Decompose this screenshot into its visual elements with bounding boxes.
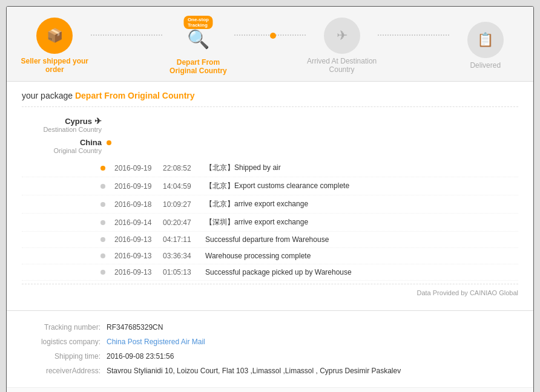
- step-depart-origin: One-stopTracking 🔍 Depart From Original …: [162, 16, 234, 75]
- track-bullet: [100, 184, 105, 189]
- track-date: 2016-09-19: [114, 182, 163, 191]
- one-stop-badge: One-stopTracking: [184, 16, 212, 29]
- track-event-row: 2016-09-1914:04:59【北京】Export customs cle…: [22, 177, 518, 195]
- shipping-time-row: Shipping time: 2016-09-08 23:51:56: [22, 349, 518, 364]
- track-time: 10:09:27: [163, 200, 205, 209]
- track-bullet: [100, 253, 105, 258]
- track-time: 14:04:59: [163, 182, 205, 191]
- content-section: your package Depart From Original Countr…: [7, 82, 533, 311]
- line-3: [378, 34, 450, 36]
- destination-block: Cyprus ✈ Destination Country: [22, 116, 107, 133]
- destination-country: Cyprus ✈: [22, 116, 102, 126]
- info-section: Tracking number: RF347685329CN logistics…: [7, 311, 533, 388]
- track-date: 2016-09-18: [114, 200, 163, 209]
- tracking-value: RF347685329CN: [107, 323, 163, 332]
- receiver-label: receiverAddress:: [22, 367, 107, 375]
- step-arrived: ✈ Arrived At Destination Country: [306, 18, 378, 74]
- track-event-row: 2016-09-1303:36:34Warehouse processing c…: [22, 248, 518, 264]
- tracking-events: 2016-09-1922:08:52【北京】Shipped by air2016…: [22, 159, 518, 281]
- track-description: 【深圳】arrive export exchange: [205, 217, 308, 227]
- track-date: 2016-09-19: [114, 164, 163, 172]
- origin-bullet: [107, 140, 111, 145]
- logistics-label: logistics company:: [22, 338, 107, 346]
- logistics-value: China Post Registered Air Mail: [107, 338, 205, 346]
- tracking-number-row: Tracking number: RF347685329CN: [22, 320, 518, 335]
- track-bullet: [100, 166, 105, 171]
- data-provider: Data Provided by CAINIAO Global: [22, 284, 518, 301]
- track-description: Successful package picked up by Warehous…: [205, 268, 352, 276]
- delivered-label: Delivered: [470, 61, 501, 70]
- track-time: 03:36:34: [163, 252, 205, 260]
- status-highlight: Depart From Original Country: [75, 91, 195, 100]
- origin-label: Original Country: [22, 147, 102, 154]
- track-time: 00:20:47: [163, 218, 205, 227]
- track-bullet: [100, 220, 105, 225]
- track-event-row: 2016-09-1301:05:13Successful package pic…: [22, 264, 518, 281]
- step-delivered: 📋 Delivered: [449, 22, 521, 70]
- track-bullet: [100, 237, 105, 242]
- track-event-row: 2016-09-1304:17:11Successful departure f…: [22, 232, 518, 248]
- main-container: 📦 Seller shipped your order One-stopTrac…: [6, 6, 534, 392]
- destination-label: Destination Country: [22, 126, 102, 133]
- plane-icon: ✈: [94, 116, 102, 126]
- track-date: 2016-09-13: [114, 235, 163, 244]
- track-date: 2016-09-14: [114, 218, 163, 227]
- shipping-time-value: 2016-09-08 23:51:56: [107, 352, 174, 361]
- track-event-row: 2016-09-1400:20:47【深圳】arrive export exch…: [22, 214, 518, 232]
- progress-section: 📦 Seller shipped your order One-stopTrac…: [7, 7, 533, 82]
- track-description: 【北京】arrive export exchange: [205, 199, 308, 209]
- origin-country: China: [22, 138, 102, 147]
- progress-steps: 📦 Seller shipped your order One-stopTrac…: [19, 16, 521, 75]
- order-section: Order information order number: 78278588…: [7, 388, 533, 392]
- line-2: [234, 34, 306, 36]
- status-prefix: your package: [22, 91, 73, 100]
- active-dot: [270, 33, 276, 39]
- track-time: 01:05:13: [163, 268, 205, 276]
- tracking-label: Tracking number:: [22, 323, 107, 332]
- receiver-value: Stavrou Stylianidi 10, Loizou Court, Fla…: [107, 367, 401, 375]
- line-1: [91, 34, 163, 36]
- track-event-row: 2016-09-1810:09:27【北京】arrive export exch…: [22, 195, 518, 214]
- depart-origin-label: Depart From Original Country: [162, 58, 234, 75]
- delivered-icon: 📋: [467, 22, 504, 58]
- track-bullet: [100, 270, 105, 275]
- arrived-icon: ✈: [324, 18, 360, 54]
- track-description: 【北京】Export customs clearance complete: [205, 181, 349, 191]
- track-time: 04:17:11: [163, 235, 205, 244]
- receiver-row: receiverAddress: Stavrou Stylianidi 10, …: [22, 364, 518, 378]
- shipping-time-label: Shipping time:: [22, 352, 107, 361]
- track-bullet: [100, 202, 105, 207]
- package-status: your package Depart From Original Countr…: [22, 91, 518, 107]
- seller-shipped-label: Seller shipped your order: [19, 57, 91, 74]
- track-date: 2016-09-13: [114, 268, 163, 276]
- track-description: Successful departure from Warehouse: [205, 235, 329, 244]
- step-seller-shipped: 📦 Seller shipped your order: [19, 18, 91, 74]
- track-event-row: 2016-09-1922:08:52【北京】Shipped by air: [22, 159, 518, 177]
- location-info: Cyprus ✈ Destination Country: [22, 116, 518, 133]
- track-date: 2016-09-13: [114, 252, 163, 260]
- arrived-label: Arrived At Destination Country: [306, 57, 378, 74]
- depart-origin-icon: One-stopTracking 🔍: [177, 16, 219, 55]
- track-description: 【北京】Shipped by air: [205, 163, 281, 173]
- track-description: Warehouse processing complete: [205, 252, 311, 260]
- track-time: 22:08:52: [163, 164, 205, 172]
- logistics-row: logistics company: China Post Registered…: [22, 335, 518, 349]
- seller-shipped-icon: 📦: [36, 18, 73, 54]
- origin-location-row: China Original Country: [22, 138, 518, 154]
- origin-block: China Original Country: [22, 138, 107, 154]
